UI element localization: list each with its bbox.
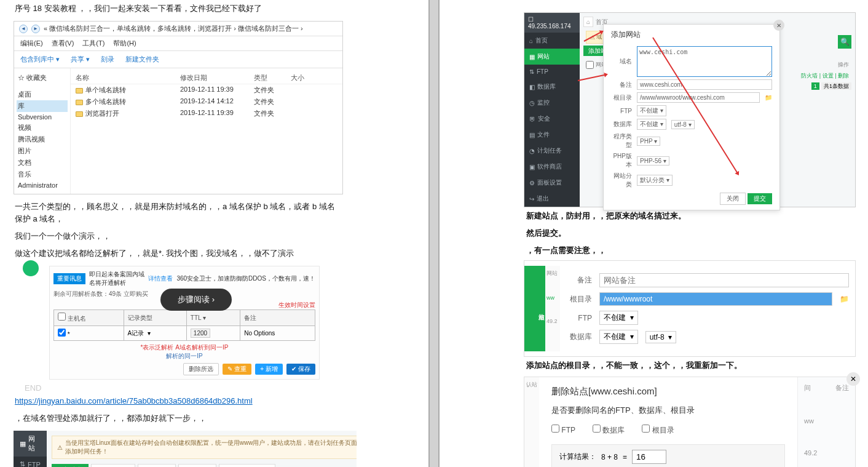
asl-cron[interactable]: ◔计划任务 <box>524 143 580 159</box>
sidebar-documents[interactable]: 文档 <box>17 157 68 169</box>
dns-th-ttl[interactable]: TTL ▾ <box>191 314 206 321</box>
prog-select[interactable]: PHP ▾ <box>637 137 660 146</box>
sidebar-admin[interactable]: Administrator <box>17 180 68 190</box>
bt-tab-category[interactable]: 分类管理 <box>178 464 216 467</box>
asl-store[interactable]: ▣软件商店 <box>524 159 580 175</box>
file-explorer: ◄ ► « 微信域名防封三合一，单域名跳转，多域名跳转，浏览器打开 › 微信域名… <box>14 21 343 194</box>
db-select[interactable]: 不创建 ▾ <box>637 119 666 130</box>
dns-type-select[interactable]: A记录 <box>128 330 144 337</box>
nav-back-icon[interactable]: ◄ <box>19 25 28 33</box>
breadcrumb-path[interactable]: « 微信域名防封三合一，单域名跳转，多域名跳转，浏览器打开 › 微信域名防封三合… <box>44 24 303 33</box>
nav-forward-icon[interactable]: ► <box>31 25 40 33</box>
frag-remark-input[interactable] <box>599 273 849 287</box>
asl-monitor[interactable]: ◷监控 <box>524 95 580 111</box>
del-ftp-check[interactable]: FTP <box>551 425 575 436</box>
file-row[interactable]: 浏览器打开 2019-12-11 19:39 文件夹 <box>71 108 342 119</box>
frag-root-input[interactable]: /www/wwwroot <box>599 292 832 306</box>
col-size[interactable]: 大小 <box>291 73 328 82</box>
close-icon[interactable]: ✕ <box>773 20 784 31</box>
calc-label: 计算结果： <box>559 452 596 462</box>
dns-save-button[interactable]: ✔ 保存 <box>286 364 315 375</box>
root-input[interactable] <box>637 92 760 103</box>
toolbar-library[interactable]: 包含到库中 ▾ <box>20 55 60 64</box>
bt-sidebar-website[interactable]: ▦网站 <box>14 431 47 457</box>
toolbar-newfolder[interactable]: 新建文件夹 <box>125 55 159 64</box>
bt-sidebar-ftp[interactable]: ⇅FTP <box>14 457 47 467</box>
menu-view[interactable]: 查看(V) <box>52 39 74 48</box>
col-date[interactable]: 修改日期 <box>180 73 254 82</box>
asl-db[interactable]: ◧数据库 <box>524 79 580 95</box>
ftp-select[interactable]: 不创建 ▾ <box>637 105 666 116</box>
dns-th-remark: 备注 <box>240 310 315 326</box>
column-divider <box>428 0 440 467</box>
dns-banner-link[interactable]: 详情查看 <box>148 274 173 283</box>
close-icon[interactable]: ✕ <box>846 372 860 386</box>
dns-checkbox[interactable] <box>58 313 66 321</box>
folder-icon[interactable]: 📁 <box>840 295 849 303</box>
sidebar-subversion[interactable]: Subversion <box>17 112 68 122</box>
remark-input[interactable] <box>637 79 772 90</box>
dns-ad[interactable]: 360安全卫士，加速防御防DDOS，个数有用，速！ <box>176 274 315 283</box>
asl-home[interactable]: ⌂首页 <box>524 33 580 49</box>
col-name[interactable]: 名称 <box>76 73 180 82</box>
file-row[interactable]: 多个域名跳转 2019-12-14 14:12 文件夹 <box>71 96 342 108</box>
jingyan-link[interactable]: https://jingyan.baidu.com/article/75ab0b… <box>15 396 253 405</box>
addsite-checkbox[interactable] <box>586 61 594 69</box>
asl-settings[interactable]: ⚙面板设置 <box>524 175 580 191</box>
dns-check-button[interactable]: ✎ 查重 <box>223 364 251 375</box>
bt-tab-default-page[interactable]: 修改默认页 <box>91 464 135 467</box>
frag-db-select[interactable]: 不创建 ▾ <box>599 330 638 344</box>
menu-edit[interactable]: 编辑(E) <box>20 39 43 48</box>
sidebar-desktop[interactable]: 桌面 <box>17 89 68 100</box>
bt-tab-php[interactable]: PHP命令行版本 <box>219 464 276 467</box>
search-icon[interactable]: 🔍 <box>838 35 851 49</box>
frag-addbtn[interactable]: 加站点 <box>524 266 545 351</box>
frag-charset-select[interactable]: utf-8 ▾ <box>645 331 677 343</box>
sidebar-tencent[interactable]: 腾讯视频 <box>17 134 68 145</box>
menu-tools[interactable]: 工具(T) <box>82 39 105 48</box>
cancel-button[interactable]: 关闭 <box>720 193 746 205</box>
sidebar-music[interactable]: 音乐 <box>17 169 68 180</box>
dns-delete-button[interactable]: 删除所选 <box>183 363 219 375</box>
dns-badge: 重要讯息 <box>53 273 85 284</box>
addsite-page-n[interactable]: 1 <box>811 82 819 90</box>
toolbar-burn[interactable]: 刻录 <box>101 55 114 64</box>
cat-select[interactable]: 默认分类 ▾ <box>637 175 673 186</box>
asl-logout[interactable]: ↪退出 <box>524 191 580 207</box>
charset-select[interactable]: utf-8 ▾ <box>671 120 695 129</box>
frag-bg-label: 49.2 <box>546 318 559 324</box>
dns-row-checkbox[interactable] <box>58 329 66 337</box>
del-db-check[interactable]: 数据库 <box>593 425 625 436</box>
del-side: 间 备注 ww 49.2 <box>797 377 855 467</box>
sidebar-video[interactable]: 视频 <box>17 122 68 134</box>
dns-ttl-input[interactable]: 1200 <box>191 329 210 338</box>
frag-remark-label: 备注 <box>566 275 592 285</box>
asl-files[interactable]: ▤文件 <box>524 127 580 143</box>
php-select[interactable]: PHP-56 ▾ <box>637 156 669 166</box>
calc-input[interactable] <box>632 450 666 464</box>
sidebar-pictures[interactable]: 图片 <box>17 145 68 157</box>
col-type[interactable]: 类型 <box>254 73 291 82</box>
sidebar-favorites[interactable]: ☆ 收藏夹 <box>17 72 68 84</box>
file-row[interactable]: 单个域名跳转 2019-12-11 19:39 文件夹 <box>71 84 342 96</box>
bt-tab-add[interactable]: 添加站点 <box>52 464 89 467</box>
step-read-pill[interactable]: 步骤阅读 › <box>160 289 232 311</box>
frag-ftp-select[interactable]: 不创建 ▾ <box>599 311 638 325</box>
dns-th-type: 记录类型 <box>124 310 186 326</box>
frag-ftp-label: FTP <box>566 314 592 322</box>
menu-help[interactable]: 帮助(H) <box>113 39 136 48</box>
asl-security[interactable]: ⛨安全 <box>524 111 580 127</box>
submit-button[interactable]: 提交 <box>748 193 772 204</box>
sidebar-library[interactable]: 库 <box>17 100 68 112</box>
folder-icon[interactable]: 📁 <box>765 94 772 101</box>
bt-tab-default-site[interactable]: 默认站点 <box>138 464 176 467</box>
asl-website[interactable]: ▦网站 <box>524 49 580 65</box>
toolbar-share[interactable]: 共享 ▾ <box>71 55 90 64</box>
asl-ftp[interactable]: ⇅FTP <box>524 65 580 79</box>
explorer-toolbar: 包含到库中 ▾ 共享 ▾ 刻录 新建文件夹 <box>14 51 342 68</box>
dns-add-button[interactable]: + 新增 <box>255 364 283 375</box>
dns-host-value[interactable]: * <box>68 331 70 338</box>
domain-textarea[interactable]: www.ceshi.com <box>637 46 772 77</box>
home-icon[interactable]: ⌂ <box>583 17 593 27</box>
del-root-check[interactable]: 根目录 <box>642 425 674 436</box>
